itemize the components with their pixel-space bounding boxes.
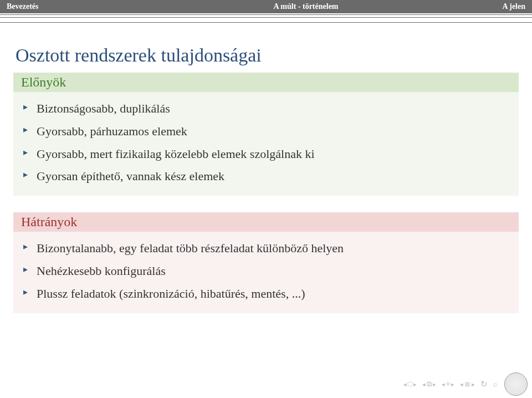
advantages-title: Előnyök xyxy=(13,73,519,92)
university-logo xyxy=(504,373,528,396)
advantages-body: Biztonságosabb, duplikálás Gyorsabb, pár… xyxy=(13,92,519,196)
nav-tab-present[interactable]: A jelen xyxy=(406,2,532,11)
advantages-list: Biztonságosabb, duplikálás Gyorsabb, pár… xyxy=(21,98,511,188)
beamer-nav-symbols: ◂□▸ ◂⧉▸ ◂≡▸ ◂≣▸ ↻ ⌕ xyxy=(403,379,498,389)
nav-reload-icon[interactable]: ↻ xyxy=(480,379,488,389)
disadvantages-block: Hátrányok Bizonytalanabb, egy feladat tö… xyxy=(13,212,519,313)
nav-tab-history[interactable]: A múlt - történelem xyxy=(206,2,406,11)
list-item: Gyorsabb, párhuzamos elemek xyxy=(21,120,511,143)
nav-separator xyxy=(0,14,532,23)
nav-tab-intro[interactable]: Bevezetés xyxy=(0,2,206,11)
nav-subsection-back-icon[interactable]: ◂≡▸ xyxy=(442,380,454,389)
top-nav: Bevezetés A múlt - történelem A jelen xyxy=(0,0,532,13)
list-item: Gyorsan építhető, vannak kész elemek xyxy=(21,165,511,188)
slide-content: Osztott rendszerek tulajdonságai Előnyök… xyxy=(0,23,532,313)
disadvantages-title: Hátrányok xyxy=(13,212,519,232)
slide-footer: ◂□▸ ◂⧉▸ ◂≡▸ ◂≣▸ ↻ ⌕ xyxy=(403,373,528,396)
nav-frame-back-icon[interactable]: ◂⧉▸ xyxy=(422,380,436,389)
nav-search-icon[interactable]: ⌕ xyxy=(493,380,498,389)
nav-label-right: A jelen xyxy=(502,2,525,11)
nav-label-left: Bevezetés xyxy=(7,2,39,11)
disadvantages-list: Bizonytalanabb, egy feladat több részfel… xyxy=(21,237,511,305)
list-item: Gyorsabb, mert fizikailag közelebb eleme… xyxy=(21,143,511,166)
list-item: Bizonytalanabb, egy feladat több részfel… xyxy=(21,237,511,260)
nav-label-center: A múlt - történelem xyxy=(273,2,338,11)
list-item: Nehézkesebb konfigurálás xyxy=(21,260,511,283)
slide-title: Osztott rendszerek tulajdonságai xyxy=(13,45,519,66)
disadvantages-body: Bizonytalanabb, egy feladat több részfel… xyxy=(13,232,519,313)
advantages-block: Előnyök Biztonságosabb, duplikálás Gyors… xyxy=(13,73,519,196)
list-item: Plussz feladatok (szinkronizáció, hibatű… xyxy=(21,283,511,305)
nav-slide-back-icon[interactable]: ◂□▸ xyxy=(403,380,417,389)
list-item: Biztonságosabb, duplikálás xyxy=(21,98,511,120)
nav-section-back-icon[interactable]: ◂≣▸ xyxy=(460,380,475,389)
